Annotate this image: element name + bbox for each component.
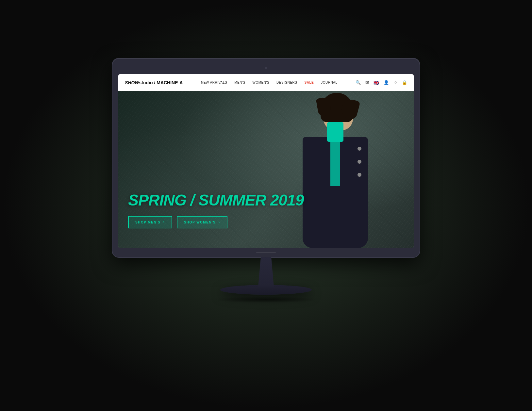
shop-womens-label: SHOP WOMEN'S	[184, 221, 216, 224]
chin-line	[256, 252, 276, 253]
shop-mens-arrow: ›	[163, 220, 165, 224]
nav-item-womens[interactable]: WOMEN'S	[253, 81, 270, 84]
search-icon[interactable]: 🔍	[356, 80, 361, 85]
navigation: SHOWstudio / MACHINE-A NEW ARRIVALS MEN'…	[118, 74, 414, 91]
nav-icons: 🔍 ✉ 🇬🇧 👤 ♡ 🔒	[356, 80, 407, 85]
hero-content: SPRING / SUMMER 2019 SHOP MEN'S › SHOP W…	[128, 192, 304, 228]
imac-monitor: SHOWstudio / MACHINE-A NEW ARRIVALS MEN'…	[112, 58, 420, 257]
nav-link-mens[interactable]: MEN'S	[234, 81, 245, 84]
nav-link-journal[interactable]: JOURNAL	[321, 81, 337, 84]
nav-link-womens[interactable]: WOMEN'S	[253, 81, 270, 84]
email-icon[interactable]: ✉	[365, 80, 369, 85]
logo-machine: MACHINE-A	[157, 80, 183, 85]
site-logo[interactable]: SHOWstudio / MACHINE-A	[125, 80, 183, 85]
hero-buttons: SHOP MEN'S › SHOP WOMEN'S ›	[128, 216, 304, 228]
shop-womens-button[interactable]: SHOP WOMEN'S ›	[177, 216, 227, 228]
monitor-top-bar	[118, 64, 414, 72]
nav-item-journal[interactable]: JOURNAL	[321, 81, 337, 84]
wishlist-icon[interactable]: ♡	[393, 80, 397, 85]
nav-link-designers[interactable]: DESIGNERS	[276, 81, 297, 84]
hero-title: SPRING / SUMMER 2019	[128, 192, 304, 208]
screen-bezel: SHOWstudio / MACHINE-A NEW ARRIVALS MEN'…	[118, 74, 414, 248]
nav-links: NEW ARRIVALS MEN'S WOMEN'S DESIGNERS SAL…	[201, 81, 337, 84]
logo-separator: /	[153, 80, 157, 85]
monitor-stand-neck: 	[253, 257, 279, 287]
shop-mens-label: SHOP MEN'S	[135, 221, 160, 224]
logo-studio: studio	[139, 80, 153, 85]
flag-icon[interactable]: 🇬🇧	[374, 80, 379, 85]
nav-item-sale[interactable]: SALE	[305, 81, 314, 84]
person-collar	[327, 122, 343, 142]
nav-link-new-arrivals[interactable]: NEW ARRIVALS	[201, 81, 227, 84]
scene: SHOWstudio / MACHINE-A NEW ARRIVALS MEN'…	[103, 58, 429, 353]
stand-shadow	[214, 296, 318, 303]
person-figure	[293, 98, 378, 248]
shop-womens-arrow: ›	[218, 220, 220, 224]
nav-item-new-arrivals[interactable]: NEW ARRIVALS	[201, 81, 227, 84]
shop-mens-button[interactable]: SHOP MEN'S ›	[128, 216, 172, 228]
cart-icon[interactable]: 🔒	[402, 80, 407, 85]
nav-item-designers[interactable]: DESIGNERS	[276, 81, 297, 84]
webcam	[265, 67, 267, 69]
monitor-chin	[118, 248, 414, 257]
nav-item-mens[interactable]: MEN'S	[234, 81, 245, 84]
person-jacket	[303, 137, 368, 248]
nav-link-sale[interactable]: SALE	[305, 81, 314, 84]
user-icon[interactable]: 👤	[384, 80, 389, 85]
hero-section: SPRING / SUMMER 2019 SHOP MEN'S › SHOP W…	[118, 91, 414, 248]
website: SHOWstudio / MACHINE-A NEW ARRIVALS MEN'…	[118, 74, 414, 248]
person-hair	[321, 93, 353, 122]
logo-show: SHOW	[125, 80, 139, 85]
